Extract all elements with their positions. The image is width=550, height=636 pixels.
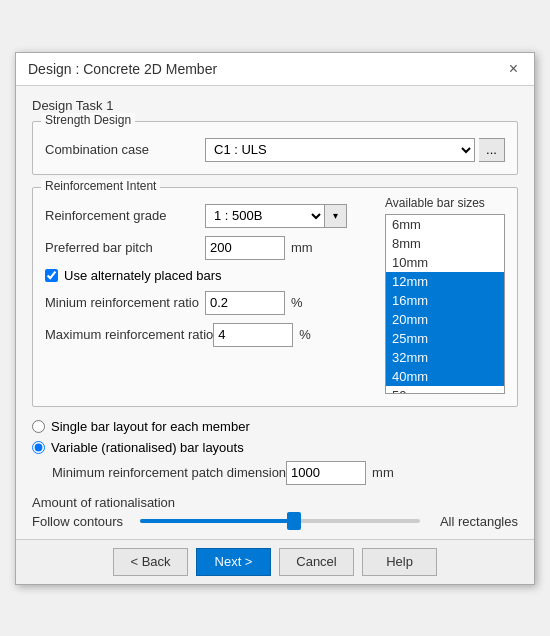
layout-radio-group: Single bar layout for each member Variab…	[32, 419, 518, 485]
min-ratio-unit: %	[291, 295, 316, 310]
min-ratio-input[interactable]	[205, 291, 285, 315]
slider-thumb[interactable]	[287, 512, 301, 530]
close-button[interactable]: ×	[505, 61, 522, 77]
dialog-title: Design : Concrete 2D Member	[28, 61, 217, 77]
alt-bars-label: Use alternately placed bars	[64, 268, 222, 283]
grade-row: Reinforcement grade 1 : 500B ▾	[45, 204, 373, 228]
single-layout-row: Single bar layout for each member	[32, 419, 518, 434]
design-task-label: Design Task 1	[32, 98, 518, 113]
pitch-row: Preferred bar pitch mm	[45, 236, 373, 260]
help-button[interactable]: Help	[362, 548, 437, 576]
strength-design-label: Strength Design	[41, 113, 135, 127]
rationalisation-section: Amount of rationalisation Follow contour…	[32, 495, 518, 529]
bar-size-item[interactable]: 50mm	[386, 386, 504, 394]
bar-size-item[interactable]: 32mm	[386, 348, 504, 367]
all-rectangles-label: All rectangles	[428, 514, 518, 529]
bar-size-item[interactable]: 6mm	[386, 215, 504, 234]
variable-layout-radio[interactable]	[32, 441, 45, 454]
slider-fill	[140, 519, 294, 523]
max-ratio-row: Maximum reinforcement ratio %	[45, 323, 373, 347]
pitch-unit: mm	[291, 240, 316, 255]
reinforcement-section: Reinforcement grade 1 : 500B ▾ Preferred…	[45, 196, 505, 394]
back-button[interactable]: < Back	[113, 548, 188, 576]
pitch-label: Preferred bar pitch	[45, 240, 205, 255]
alt-bars-row: Use alternately placed bars	[45, 268, 373, 283]
single-layout-label: Single bar layout for each member	[51, 419, 250, 434]
variable-layout-label: Variable (rationalised) bar layouts	[51, 440, 244, 455]
reinforcement-intent-label: Reinforcement Intent	[41, 179, 160, 193]
bar-sizes-box: Available bar sizes 6mm8mm10mm12mm16mm20…	[385, 196, 505, 394]
slider-track[interactable]	[140, 519, 420, 523]
max-ratio-unit: %	[299, 327, 324, 342]
dialog: Design : Concrete 2D Member × Design Tas…	[15, 52, 535, 585]
reinforcement-intent-group: Reinforcement Intent Reinforcement grade…	[32, 187, 518, 407]
grade-dropdown-btn[interactable]: ▾	[325, 204, 347, 228]
max-ratio-label: Maximum reinforcement ratio	[45, 327, 213, 342]
grade-label: Reinforcement grade	[45, 208, 205, 223]
cancel-button[interactable]: Cancel	[279, 548, 354, 576]
variable-layout-row: Variable (rationalised) bar layouts	[32, 440, 518, 455]
min-ratio-label: Minium reinforcement ratio	[45, 295, 205, 310]
bar-size-item[interactable]: 16mm	[386, 291, 504, 310]
dialog-footer: < Back Next > Cancel Help	[16, 539, 534, 584]
follow-contours-label: Follow contours	[32, 514, 132, 529]
reinforcement-left: Reinforcement grade 1 : 500B ▾ Preferred…	[45, 196, 373, 394]
min-patch-input[interactable]	[286, 461, 366, 485]
min-ratio-row: Minium reinforcement ratio %	[45, 291, 373, 315]
alt-bars-checkbox[interactable]	[45, 269, 58, 282]
bar-size-item[interactable]: 40mm	[386, 367, 504, 386]
min-patch-label: Minimum reinforcement patch dimension	[52, 465, 286, 480]
combination-ellipsis-button[interactable]: ...	[479, 138, 505, 162]
bar-size-item[interactable]: 8mm	[386, 234, 504, 253]
max-ratio-input[interactable]	[213, 323, 293, 347]
combination-case-wrapper: C1 : ULS ...	[205, 138, 505, 162]
combination-case-select[interactable]: C1 : ULS	[205, 138, 475, 162]
min-patch-row: Minimum reinforcement patch dimension mm	[52, 461, 518, 485]
bar-sizes-list[interactable]: 6mm8mm10mm12mm16mm20mm25mm32mm40mm50mm	[385, 214, 505, 394]
bar-size-item[interactable]: 10mm	[386, 253, 504, 272]
bar-sizes-label: Available bar sizes	[385, 196, 505, 210]
pitch-input[interactable]	[205, 236, 285, 260]
rationalisation-label: Amount of rationalisation	[32, 495, 518, 510]
combination-case-label: Combination case	[45, 142, 205, 157]
bar-size-item[interactable]: 25mm	[386, 329, 504, 348]
min-patch-unit: mm	[372, 465, 397, 480]
title-bar: Design : Concrete 2D Member ×	[16, 53, 534, 86]
next-button[interactable]: Next >	[196, 548, 271, 576]
bar-size-item[interactable]: 12mm	[386, 272, 504, 291]
combination-case-row: Combination case C1 : ULS ...	[45, 138, 505, 162]
dialog-content: Design Task 1 Strength Design Combinatio…	[16, 86, 534, 539]
bar-size-item[interactable]: 20mm	[386, 310, 504, 329]
slider-row: Follow contours All rectangles	[32, 514, 518, 529]
single-layout-radio[interactable]	[32, 420, 45, 433]
grade-select[interactable]: 1 : 500B	[205, 204, 325, 228]
strength-design-group: Strength Design Combination case C1 : UL…	[32, 121, 518, 175]
